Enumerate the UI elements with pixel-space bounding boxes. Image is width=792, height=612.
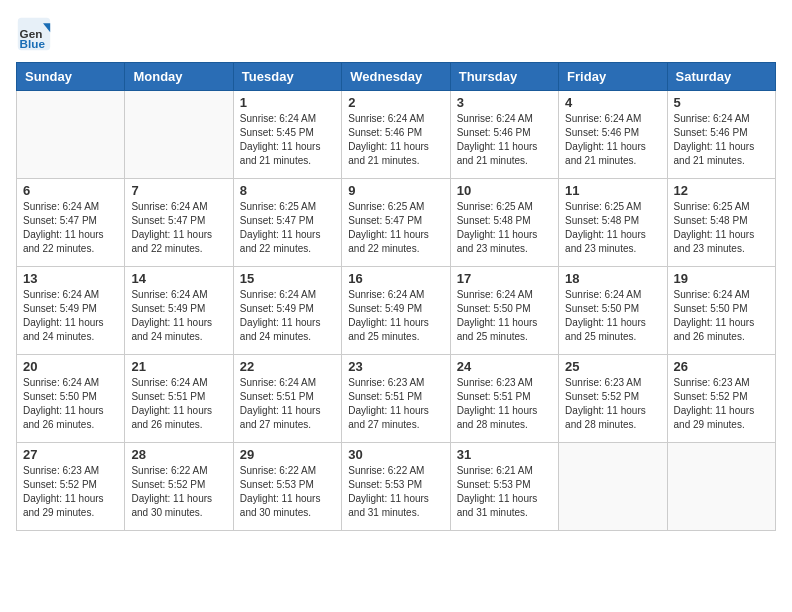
calendar-day-cell: 25Sunrise: 6:23 AMSunset: 5:52 PMDayligh… xyxy=(559,355,667,443)
day-number: 1 xyxy=(240,95,335,110)
calendar-day-cell: 20Sunrise: 6:24 AMSunset: 5:50 PMDayligh… xyxy=(17,355,125,443)
calendar-day-cell: 21Sunrise: 6:24 AMSunset: 5:51 PMDayligh… xyxy=(125,355,233,443)
calendar-day-header: Tuesday xyxy=(233,63,341,91)
day-info: Sunrise: 6:24 AMSunset: 5:51 PMDaylight:… xyxy=(131,376,226,432)
day-number: 11 xyxy=(565,183,660,198)
day-number: 10 xyxy=(457,183,552,198)
calendar-day-cell: 16Sunrise: 6:24 AMSunset: 5:49 PMDayligh… xyxy=(342,267,450,355)
day-info: Sunrise: 6:25 AMSunset: 5:48 PMDaylight:… xyxy=(457,200,552,256)
calendar-day-cell xyxy=(559,443,667,531)
day-number: 14 xyxy=(131,271,226,286)
calendar-header-row: SundayMondayTuesdayWednesdayThursdayFrid… xyxy=(17,63,776,91)
calendar-day-cell xyxy=(667,443,775,531)
calendar-day-header: Saturday xyxy=(667,63,775,91)
day-info: Sunrise: 6:23 AMSunset: 5:51 PMDaylight:… xyxy=(348,376,443,432)
calendar-day-header: Wednesday xyxy=(342,63,450,91)
day-info: Sunrise: 6:24 AMSunset: 5:46 PMDaylight:… xyxy=(348,112,443,168)
day-info: Sunrise: 6:24 AMSunset: 5:51 PMDaylight:… xyxy=(240,376,335,432)
calendar-day-cell: 13Sunrise: 6:24 AMSunset: 5:49 PMDayligh… xyxy=(17,267,125,355)
day-info: Sunrise: 6:24 AMSunset: 5:46 PMDaylight:… xyxy=(565,112,660,168)
day-info: Sunrise: 6:22 AMSunset: 5:53 PMDaylight:… xyxy=(240,464,335,520)
calendar-day-cell: 7Sunrise: 6:24 AMSunset: 5:47 PMDaylight… xyxy=(125,179,233,267)
calendar-week-row: 13Sunrise: 6:24 AMSunset: 5:49 PMDayligh… xyxy=(17,267,776,355)
calendar-day-header: Thursday xyxy=(450,63,558,91)
day-info: Sunrise: 6:25 AMSunset: 5:47 PMDaylight:… xyxy=(348,200,443,256)
day-info: Sunrise: 6:24 AMSunset: 5:49 PMDaylight:… xyxy=(131,288,226,344)
day-info: Sunrise: 6:25 AMSunset: 5:47 PMDaylight:… xyxy=(240,200,335,256)
day-number: 25 xyxy=(565,359,660,374)
day-number: 6 xyxy=(23,183,118,198)
calendar-week-row: 20Sunrise: 6:24 AMSunset: 5:50 PMDayligh… xyxy=(17,355,776,443)
calendar-day-cell: 4Sunrise: 6:24 AMSunset: 5:46 PMDaylight… xyxy=(559,91,667,179)
day-info: Sunrise: 6:24 AMSunset: 5:45 PMDaylight:… xyxy=(240,112,335,168)
calendar-day-cell: 2Sunrise: 6:24 AMSunset: 5:46 PMDaylight… xyxy=(342,91,450,179)
day-number: 22 xyxy=(240,359,335,374)
day-number: 16 xyxy=(348,271,443,286)
day-number: 2 xyxy=(348,95,443,110)
day-info: Sunrise: 6:24 AMSunset: 5:50 PMDaylight:… xyxy=(23,376,118,432)
day-number: 4 xyxy=(565,95,660,110)
logo: Gen Blue xyxy=(16,16,56,52)
day-info: Sunrise: 6:24 AMSunset: 5:47 PMDaylight:… xyxy=(131,200,226,256)
calendar-day-cell: 6Sunrise: 6:24 AMSunset: 5:47 PMDaylight… xyxy=(17,179,125,267)
logo-icon: Gen Blue xyxy=(16,16,52,52)
day-number: 29 xyxy=(240,447,335,462)
page-header: Gen Blue xyxy=(16,16,776,52)
day-number: 31 xyxy=(457,447,552,462)
day-number: 23 xyxy=(348,359,443,374)
day-info: Sunrise: 6:21 AMSunset: 5:53 PMDaylight:… xyxy=(457,464,552,520)
calendar-day-cell: 26Sunrise: 6:23 AMSunset: 5:52 PMDayligh… xyxy=(667,355,775,443)
calendar-day-cell: 10Sunrise: 6:25 AMSunset: 5:48 PMDayligh… xyxy=(450,179,558,267)
day-number: 28 xyxy=(131,447,226,462)
calendar-day-cell: 12Sunrise: 6:25 AMSunset: 5:48 PMDayligh… xyxy=(667,179,775,267)
calendar-day-cell xyxy=(125,91,233,179)
day-info: Sunrise: 6:22 AMSunset: 5:53 PMDaylight:… xyxy=(348,464,443,520)
day-number: 24 xyxy=(457,359,552,374)
day-number: 17 xyxy=(457,271,552,286)
day-number: 7 xyxy=(131,183,226,198)
day-info: Sunrise: 6:22 AMSunset: 5:52 PMDaylight:… xyxy=(131,464,226,520)
day-info: Sunrise: 6:25 AMSunset: 5:48 PMDaylight:… xyxy=(674,200,769,256)
calendar-day-cell: 8Sunrise: 6:25 AMSunset: 5:47 PMDaylight… xyxy=(233,179,341,267)
day-number: 20 xyxy=(23,359,118,374)
calendar-day-header: Monday xyxy=(125,63,233,91)
day-info: Sunrise: 6:24 AMSunset: 5:50 PMDaylight:… xyxy=(674,288,769,344)
day-number: 27 xyxy=(23,447,118,462)
day-number: 9 xyxy=(348,183,443,198)
calendar-day-header: Sunday xyxy=(17,63,125,91)
calendar-day-header: Friday xyxy=(559,63,667,91)
calendar-day-cell: 18Sunrise: 6:24 AMSunset: 5:50 PMDayligh… xyxy=(559,267,667,355)
calendar-day-cell: 15Sunrise: 6:24 AMSunset: 5:49 PMDayligh… xyxy=(233,267,341,355)
calendar-day-cell: 1Sunrise: 6:24 AMSunset: 5:45 PMDaylight… xyxy=(233,91,341,179)
calendar-day-cell: 31Sunrise: 6:21 AMSunset: 5:53 PMDayligh… xyxy=(450,443,558,531)
calendar-day-cell: 3Sunrise: 6:24 AMSunset: 5:46 PMDaylight… xyxy=(450,91,558,179)
calendar-week-row: 27Sunrise: 6:23 AMSunset: 5:52 PMDayligh… xyxy=(17,443,776,531)
day-info: Sunrise: 6:24 AMSunset: 5:49 PMDaylight:… xyxy=(240,288,335,344)
day-info: Sunrise: 6:24 AMSunset: 5:47 PMDaylight:… xyxy=(23,200,118,256)
day-number: 21 xyxy=(131,359,226,374)
calendar-table: SundayMondayTuesdayWednesdayThursdayFrid… xyxy=(16,62,776,531)
day-info: Sunrise: 6:24 AMSunset: 5:50 PMDaylight:… xyxy=(457,288,552,344)
day-number: 26 xyxy=(674,359,769,374)
day-info: Sunrise: 6:24 AMSunset: 5:50 PMDaylight:… xyxy=(565,288,660,344)
calendar-day-cell: 19Sunrise: 6:24 AMSunset: 5:50 PMDayligh… xyxy=(667,267,775,355)
calendar-week-row: 6Sunrise: 6:24 AMSunset: 5:47 PMDaylight… xyxy=(17,179,776,267)
day-number: 8 xyxy=(240,183,335,198)
day-info: Sunrise: 6:24 AMSunset: 5:49 PMDaylight:… xyxy=(23,288,118,344)
calendar-day-cell: 29Sunrise: 6:22 AMSunset: 5:53 PMDayligh… xyxy=(233,443,341,531)
calendar-day-cell: 28Sunrise: 6:22 AMSunset: 5:52 PMDayligh… xyxy=(125,443,233,531)
day-number: 5 xyxy=(674,95,769,110)
day-number: 3 xyxy=(457,95,552,110)
calendar-day-cell: 23Sunrise: 6:23 AMSunset: 5:51 PMDayligh… xyxy=(342,355,450,443)
calendar-day-cell: 30Sunrise: 6:22 AMSunset: 5:53 PMDayligh… xyxy=(342,443,450,531)
calendar-day-cell: 14Sunrise: 6:24 AMSunset: 5:49 PMDayligh… xyxy=(125,267,233,355)
day-number: 18 xyxy=(565,271,660,286)
day-info: Sunrise: 6:23 AMSunset: 5:52 PMDaylight:… xyxy=(23,464,118,520)
svg-text:Blue: Blue xyxy=(20,37,46,50)
calendar-day-cell: 27Sunrise: 6:23 AMSunset: 5:52 PMDayligh… xyxy=(17,443,125,531)
calendar-week-row: 1Sunrise: 6:24 AMSunset: 5:45 PMDaylight… xyxy=(17,91,776,179)
calendar-day-cell: 11Sunrise: 6:25 AMSunset: 5:48 PMDayligh… xyxy=(559,179,667,267)
day-number: 15 xyxy=(240,271,335,286)
day-number: 13 xyxy=(23,271,118,286)
day-number: 30 xyxy=(348,447,443,462)
